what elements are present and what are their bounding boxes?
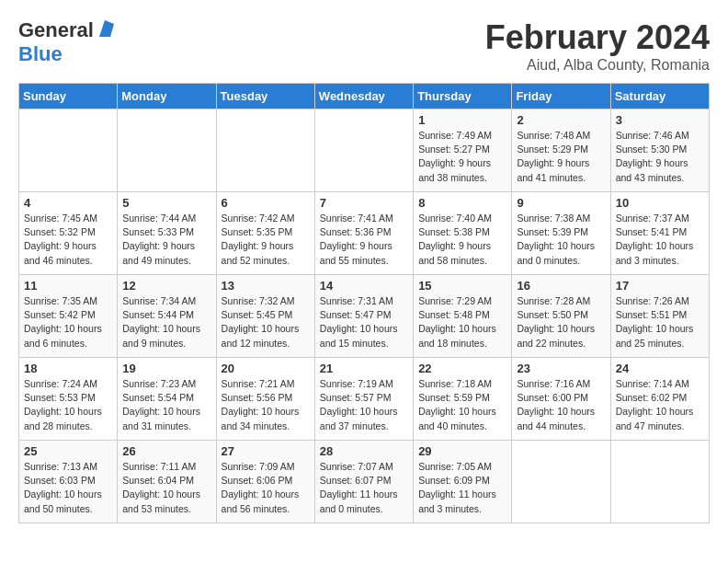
calendar-cell — [314, 109, 413, 192]
calendar-cell: 21Sunrise: 7:19 AM Sunset: 5:57 PM Dayli… — [314, 358, 413, 441]
day-number: 24 — [616, 362, 704, 375]
calendar-cell: 14Sunrise: 7:31 AM Sunset: 5:47 PM Dayli… — [314, 275, 413, 358]
day-info: Sunrise: 7:31 AM Sunset: 5:47 PM Dayligh… — [320, 295, 398, 349]
day-info: Sunrise: 7:21 AM Sunset: 5:56 PM Dayligh… — [222, 378, 300, 431]
day-number: 15 — [418, 279, 506, 293]
calendar-cell: 10Sunrise: 7:37 AM Sunset: 5:41 PM Dayli… — [610, 192, 709, 275]
day-of-week-header: Wednesday — [314, 84, 413, 109]
day-info: Sunrise: 7:48 AM Sunset: 5:29 PM Dayligh… — [517, 130, 590, 183]
day-number: 8 — [418, 196, 506, 210]
svg-marker-0 — [99, 20, 114, 37]
day-info: Sunrise: 7:26 AM Sunset: 5:51 PM Dayligh… — [616, 295, 694, 349]
day-of-week-header: Monday — [118, 84, 216, 109]
day-number: 10 — [616, 196, 704, 210]
day-of-week-header: Tuesday — [216, 84, 314, 109]
calendar-week-row: 18Sunrise: 7:24 AM Sunset: 5:53 PM Dayli… — [19, 358, 710, 441]
calendar-week-row: 4Sunrise: 7:45 AM Sunset: 5:32 PM Daylig… — [19, 192, 710, 275]
calendar-subtitle: Aiud, Alba County, Romania — [485, 57, 710, 74]
calendar-cell: 26Sunrise: 7:11 AM Sunset: 6:04 PM Dayli… — [118, 441, 216, 523]
day-number: 14 — [320, 279, 408, 293]
calendar-cell: 24Sunrise: 7:14 AM Sunset: 6:02 PM Dayli… — [610, 358, 709, 441]
calendar-cell: 7Sunrise: 7:41 AM Sunset: 5:36 PM Daylig… — [314, 192, 413, 275]
day-number: 29 — [418, 444, 506, 458]
calendar-cell: 28Sunrise: 7:07 AM Sunset: 6:07 PM Dayli… — [314, 441, 413, 523]
day-number: 2 — [517, 113, 605, 127]
day-of-week-header: Thursday — [414, 84, 512, 109]
calendar-week-row: 25Sunrise: 7:13 AM Sunset: 6:03 PM Dayli… — [19, 441, 710, 523]
day-info: Sunrise: 7:29 AM Sunset: 5:48 PM Dayligh… — [418, 295, 496, 349]
day-number: 27 — [222, 444, 310, 458]
calendar-cell: 19Sunrise: 7:23 AM Sunset: 5:54 PM Dayli… — [118, 358, 216, 441]
day-number: 23 — [517, 362, 605, 375]
day-info: Sunrise: 7:24 AM Sunset: 5:53 PM Dayligh… — [24, 378, 102, 431]
day-info: Sunrise: 7:38 AM Sunset: 5:39 PM Dayligh… — [517, 213, 595, 266]
day-info: Sunrise: 7:23 AM Sunset: 5:54 PM Dayligh… — [122, 378, 200, 431]
calendar-cell: 3Sunrise: 7:46 AM Sunset: 5:30 PM Daylig… — [610, 109, 709, 192]
day-number: 21 — [320, 362, 408, 375]
day-info: Sunrise: 7:16 AM Sunset: 6:00 PM Dayligh… — [517, 378, 595, 431]
day-info: Sunrise: 7:37 AM Sunset: 5:41 PM Dayligh… — [616, 213, 694, 266]
calendar-cell: 6Sunrise: 7:42 AM Sunset: 5:35 PM Daylig… — [216, 192, 314, 275]
day-info: Sunrise: 7:49 AM Sunset: 5:27 PM Dayligh… — [418, 130, 492, 183]
calendar-cell: 27Sunrise: 7:09 AM Sunset: 6:06 PM Dayli… — [216, 441, 314, 523]
calendar-table: SundayMondayTuesdayWednesdayThursdayFrid… — [18, 83, 710, 523]
day-info: Sunrise: 7:42 AM Sunset: 5:35 PM Dayligh… — [222, 213, 295, 266]
calendar-cell: 25Sunrise: 7:13 AM Sunset: 6:03 PM Dayli… — [19, 441, 118, 523]
calendar-cell: 15Sunrise: 7:29 AM Sunset: 5:48 PM Dayli… — [414, 275, 512, 358]
calendar-cell: 22Sunrise: 7:18 AM Sunset: 5:59 PM Dayli… — [414, 358, 512, 441]
calendar-cell — [610, 441, 709, 523]
calendar-week-row: 11Sunrise: 7:35 AM Sunset: 5:42 PM Dayli… — [19, 275, 710, 358]
day-of-week-header: Friday — [512, 84, 610, 109]
day-number: 20 — [222, 362, 310, 375]
day-info: Sunrise: 7:32 AM Sunset: 5:45 PM Dayligh… — [222, 295, 300, 349]
logo-general-text: General — [18, 18, 94, 42]
calendar-cell — [216, 109, 314, 192]
day-info: Sunrise: 7:13 AM Sunset: 6:03 PM Dayligh… — [24, 461, 102, 514]
calendar-title: February 2024 — [485, 18, 710, 57]
calendar-cell: 5Sunrise: 7:44 AM Sunset: 5:33 PM Daylig… — [118, 192, 216, 275]
day-of-week-header: Saturday — [610, 84, 709, 109]
calendar-cell — [118, 109, 216, 192]
day-number: 28 — [320, 444, 408, 458]
day-info: Sunrise: 7:19 AM Sunset: 5:57 PM Dayligh… — [320, 378, 398, 431]
day-info: Sunrise: 7:09 AM Sunset: 6:06 PM Dayligh… — [222, 461, 300, 514]
day-info: Sunrise: 7:40 AM Sunset: 5:38 PM Dayligh… — [418, 213, 492, 266]
logo-blue-text: Blue — [18, 42, 63, 66]
day-info: Sunrise: 7:46 AM Sunset: 5:30 PM Dayligh… — [616, 130, 689, 183]
calendar-cell: 11Sunrise: 7:35 AM Sunset: 5:42 PM Dayli… — [19, 275, 118, 358]
day-info: Sunrise: 7:41 AM Sunset: 5:36 PM Dayligh… — [320, 213, 393, 266]
logo: General Blue — [18, 18, 114, 66]
calendar-header-row: SundayMondayTuesdayWednesdayThursdayFrid… — [19, 84, 710, 109]
calendar-cell: 20Sunrise: 7:21 AM Sunset: 5:56 PM Dayli… — [216, 358, 314, 441]
calendar-cell: 9Sunrise: 7:38 AM Sunset: 5:39 PM Daylig… — [512, 192, 610, 275]
day-number: 17 — [616, 279, 704, 293]
day-number: 11 — [24, 279, 112, 293]
calendar-cell: 4Sunrise: 7:45 AM Sunset: 5:32 PM Daylig… — [19, 192, 118, 275]
day-info: Sunrise: 7:35 AM Sunset: 5:42 PM Dayligh… — [24, 295, 102, 349]
calendar-cell: 16Sunrise: 7:28 AM Sunset: 5:50 PM Dayli… — [512, 275, 610, 358]
header: General Blue February 2024 Aiud, Alba Co… — [18, 18, 710, 74]
day-number: 25 — [24, 444, 112, 458]
calendar-cell: 13Sunrise: 7:32 AM Sunset: 5:45 PM Dayli… — [216, 275, 314, 358]
day-info: Sunrise: 7:18 AM Sunset: 5:59 PM Dayligh… — [418, 378, 496, 431]
calendar-cell: 1Sunrise: 7:49 AM Sunset: 5:27 PM Daylig… — [414, 109, 512, 192]
calendar-cell: 29Sunrise: 7:05 AM Sunset: 6:09 PM Dayli… — [414, 441, 512, 523]
day-number: 19 — [122, 362, 210, 375]
day-info: Sunrise: 7:28 AM Sunset: 5:50 PM Dayligh… — [517, 295, 595, 349]
day-number: 6 — [222, 196, 310, 210]
day-of-week-header: Sunday — [19, 84, 118, 109]
day-number: 26 — [122, 444, 210, 458]
day-number: 4 — [24, 196, 112, 210]
calendar-cell — [512, 441, 610, 523]
day-info: Sunrise: 7:44 AM Sunset: 5:33 PM Dayligh… — [122, 213, 196, 266]
calendar-cell: 8Sunrise: 7:40 AM Sunset: 5:38 PM Daylig… — [414, 192, 512, 275]
day-number: 9 — [517, 196, 605, 210]
calendar-cell — [19, 109, 118, 192]
day-number: 5 — [122, 196, 210, 210]
day-number: 3 — [616, 113, 704, 127]
day-number: 18 — [24, 362, 112, 375]
logo-triangle-icon — [96, 20, 114, 37]
day-number: 13 — [222, 279, 310, 293]
day-number: 1 — [418, 113, 506, 127]
day-info: Sunrise: 7:05 AM Sunset: 6:09 PM Dayligh… — [418, 461, 496, 514]
